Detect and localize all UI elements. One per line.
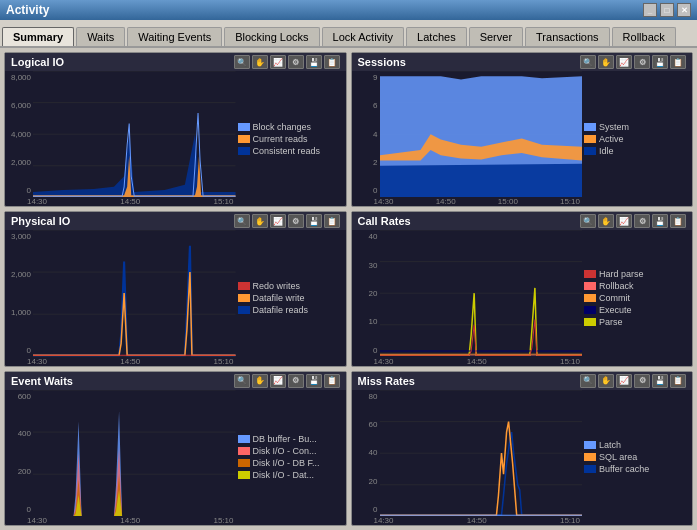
line-btn-mr[interactable]: 📈 — [616, 374, 632, 388]
panel-logical-io-toolbar[interactable]: 🔍 ✋ 📈 ⚙ 💾 📋 — [234, 55, 340, 69]
save-btn-mr[interactable]: 💾 — [652, 374, 668, 388]
legend-color-buffer-cache — [584, 465, 596, 473]
copy-btn[interactable]: 📋 — [324, 55, 340, 69]
y-axis-event-waits: 600 400 200 0 — [5, 390, 33, 516]
main-content: Logical IO 🔍 ✋ 📈 ⚙ 💾 📋 8,000 6,000 4,000… — [0, 48, 697, 530]
legend-current-reads: Current reads — [238, 134, 342, 144]
svg-rect-26 — [33, 390, 236, 516]
zoom-btn[interactable]: 🔍 — [234, 55, 250, 69]
save-btn-p[interactable]: 💾 — [306, 214, 322, 228]
legend-color-disk-io-con — [238, 447, 250, 455]
y-axis-sessions: 9 6 4 2 0 — [352, 71, 380, 197]
legend-disk-io-dat: Disk I/O - Dat... — [238, 470, 342, 480]
panel-sessions-title: Sessions 🔍 ✋ 📈 ⚙ 💾 📋 — [352, 53, 693, 71]
panel-call-rates-toolbar[interactable]: 🔍 ✋ 📈 ⚙ 💾 📋 — [580, 214, 686, 228]
line-btn-ew[interactable]: 📈 — [270, 374, 286, 388]
zoom-btn-mr[interactable]: 🔍 — [580, 374, 596, 388]
legend-color-rollback — [584, 282, 596, 290]
panel-event-waits-toolbar[interactable]: 🔍 ✋ 📈 ⚙ 💾 📋 — [234, 374, 340, 388]
filter-btn[interactable]: ⚙ — [288, 55, 304, 69]
panel-call-rates-body: 40 30 20 10 0 — [352, 230, 693, 365]
chart-call-rates — [380, 230, 583, 356]
filter-btn-p[interactable]: ⚙ — [288, 214, 304, 228]
legend-color-redo — [238, 282, 250, 290]
panel-event-waits-body: 600 400 200 0 — [5, 390, 346, 525]
legend-parse: Parse — [584, 317, 688, 327]
save-btn[interactable]: 💾 — [306, 55, 322, 69]
legend-block-changes: Block changes — [238, 122, 342, 132]
hand-btn-s[interactable]: ✋ — [598, 55, 614, 69]
legend-color-parse — [584, 318, 596, 326]
title-bar: Activity _ □ ✕ — [0, 0, 697, 20]
panel-sessions: Sessions 🔍 ✋ 📈 ⚙ 💾 📋 9 6 4 2 0 — [351, 52, 694, 207]
y-axis-miss-rates: 80 60 40 20 0 — [352, 390, 380, 516]
save-btn-s[interactable]: 💾 — [652, 55, 668, 69]
legend-redo-writes: Redo writes — [238, 281, 342, 291]
legend-active: Active — [584, 134, 688, 144]
tab-summary[interactable]: Summary — [2, 27, 74, 46]
chart-sessions — [380, 71, 583, 197]
chart-logical-io-container: 8,000 6,000 4,000 2,000 0 — [5, 71, 236, 206]
legend-color-consistent-reads — [238, 147, 250, 155]
legend-color-sql-area — [584, 453, 596, 461]
panel-sessions-toolbar[interactable]: 🔍 ✋ 📈 ⚙ 💾 📋 — [580, 55, 686, 69]
tab-transactions[interactable]: Transactions — [525, 27, 610, 46]
x-axis-event-waits: 14:30 14:50 15:10 — [25, 516, 236, 525]
tab-latches[interactable]: Latches — [406, 27, 467, 46]
zoom-btn-s[interactable]: 🔍 — [580, 55, 596, 69]
filter-btn-s[interactable]: ⚙ — [634, 55, 650, 69]
panel-physical-io-toolbar[interactable]: 🔍 ✋ 📈 ⚙ 💾 📋 — [234, 214, 340, 228]
line-btn-p[interactable]: 📈 — [270, 214, 286, 228]
hand-btn-ew[interactable]: ✋ — [252, 374, 268, 388]
tab-waiting-events[interactable]: Waiting Events — [127, 27, 222, 46]
chart-logical-io — [33, 71, 236, 197]
copy-btn-mr[interactable]: 📋 — [670, 374, 686, 388]
save-btn-cr[interactable]: 💾 — [652, 214, 668, 228]
hand-btn-mr[interactable]: ✋ — [598, 374, 614, 388]
copy-btn-p[interactable]: 📋 — [324, 214, 340, 228]
panel-miss-rates-body: 80 60 40 20 0 — [352, 390, 693, 525]
y-axis-call-rates: 40 30 20 10 0 — [352, 230, 380, 356]
legend-physical-io: Redo writes Datafile write Datafile read… — [236, 230, 346, 365]
copy-btn-cr[interactable]: 📋 — [670, 214, 686, 228]
tab-waits[interactable]: Waits — [76, 27, 125, 46]
hand-btn-p[interactable]: ✋ — [252, 214, 268, 228]
minimize-button[interactable]: _ — [643, 3, 657, 17]
tab-bar: Summary Waits Waiting Events Blocking Lo… — [0, 20, 697, 48]
x-axis-miss-rates: 14:30 14:50 15:10 — [372, 516, 583, 525]
filter-btn-mr[interactable]: ⚙ — [634, 374, 650, 388]
line-btn-cr[interactable]: 📈 — [616, 214, 632, 228]
copy-btn-ew[interactable]: 📋 — [324, 374, 340, 388]
legend-color-disk-io-dat — [238, 471, 250, 479]
panel-logical-io-body: 8,000 6,000 4,000 2,000 0 — [5, 71, 346, 206]
tab-server[interactable]: Server — [469, 27, 523, 46]
chart-event-waits-container: 600 400 200 0 — [5, 390, 236, 525]
zoom-btn-cr[interactable]: 🔍 — [580, 214, 596, 228]
line-btn-s[interactable]: 📈 — [616, 55, 632, 69]
tab-lock-activity[interactable]: Lock Activity — [322, 27, 405, 46]
copy-btn-s[interactable]: 📋 — [670, 55, 686, 69]
panel-logical-io-title: Logical IO 🔍 ✋ 📈 ⚙ 💾 📋 — [5, 53, 346, 71]
save-btn-ew[interactable]: 💾 — [306, 374, 322, 388]
panel-sessions-body: 9 6 4 2 0 — [352, 71, 693, 206]
close-button[interactable]: ✕ — [677, 3, 691, 17]
zoom-btn-p[interactable]: 🔍 — [234, 214, 250, 228]
window-title: Activity — [6, 3, 49, 17]
hand-btn[interactable]: ✋ — [252, 55, 268, 69]
filter-btn-cr[interactable]: ⚙ — [634, 214, 650, 228]
panel-call-rates: Call Rates 🔍 ✋ 📈 ⚙ 💾 📋 40 30 20 10 0 — [351, 211, 694, 366]
window-controls[interactable]: _ □ ✕ — [643, 3, 691, 17]
panel-miss-rates-toolbar[interactable]: 🔍 ✋ 📈 ⚙ 💾 📋 — [580, 374, 686, 388]
line-btn[interactable]: 📈 — [270, 55, 286, 69]
legend-latch: Latch — [584, 440, 688, 450]
hand-btn-cr[interactable]: ✋ — [598, 214, 614, 228]
x-axis-call-rates: 14:30 14:50 15:10 — [372, 357, 583, 366]
y-axis-logical-io: 8,000 6,000 4,000 2,000 0 — [5, 71, 33, 197]
filter-btn-ew[interactable]: ⚙ — [288, 374, 304, 388]
zoom-btn-ew[interactable]: 🔍 — [234, 374, 250, 388]
tab-rollback[interactable]: Rollback — [612, 27, 676, 46]
x-axis-sessions: 14:30 14:50 15:00 15:10 — [372, 197, 583, 206]
tab-blocking-locks[interactable]: Blocking Locks — [224, 27, 319, 46]
maximize-button[interactable]: □ — [660, 3, 674, 17]
legend-color-db-buffer — [238, 435, 250, 443]
